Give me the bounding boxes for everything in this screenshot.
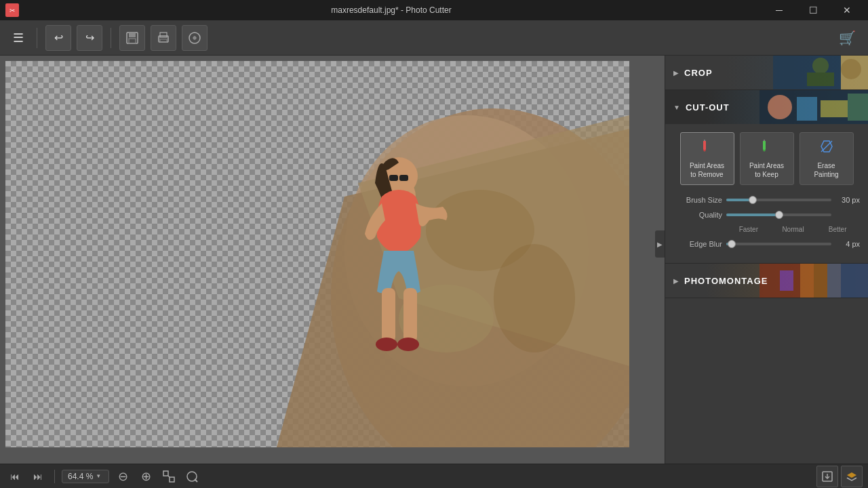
prev-button[interactable]: ⏮	[5, 467, 24, 486]
svg-point-12	[494, 244, 575, 352]
window-controls: ─ ☐ ✕	[764, 0, 863, 20]
erase-painting-label: Erase Painting	[814, 161, 838, 179]
svg-point-23	[812, 58, 829, 74]
cutout-header[interactable]: ▼ CUT-OUT	[665, 90, 868, 124]
next-button[interactable]: ⏭	[28, 467, 47, 486]
edge-blur-slider[interactable]	[726, 243, 831, 245]
svg-line-45	[195, 479, 197, 482]
svg-line-43	[168, 476, 170, 477]
zoom-dropdown-arrow: ▼	[96, 473, 101, 479]
quality-thumb[interactable]	[775, 211, 783, 219]
svg-point-21	[397, 338, 419, 351]
layers-button[interactable]	[841, 466, 863, 487]
export-button[interactable]	[816, 466, 838, 487]
brush-size-slider[interactable]	[726, 199, 831, 201]
crop-arrow: ▶	[673, 69, 679, 77]
brush-size-value: 30 px	[835, 196, 860, 204]
svg-point-32	[703, 150, 706, 151]
statusbar: ⏮ ⏭ 64.4 % ▼ ⊖ ⊕	[0, 464, 868, 488]
paint-keep-label: Paint Areas to Keep	[749, 161, 784, 179]
brush-size-row: Brush Size 30 px	[673, 196, 860, 204]
minimize-button[interactable]: ─	[764, 0, 795, 20]
menu-button[interactable]: ☰	[8, 28, 28, 48]
zoom-value: 64.4 %	[68, 472, 93, 481]
svg-rect-18	[382, 288, 395, 342]
svg-rect-4	[160, 33, 167, 37]
main-content: ▶ CROP ▼ CUT-OUT	[0, 56, 868, 464]
svg-rect-19	[403, 288, 417, 342]
svg-rect-29	[797, 97, 817, 121]
tool-buttons-row: Paint Areas to Remove Paint Areas to Kee…	[673, 132, 860, 185]
svg-point-20	[376, 338, 397, 351]
brush-size-thumb[interactable]	[749, 196, 757, 204]
svg-rect-24	[807, 73, 834, 86]
paint-remove-button[interactable]: Paint Areas to Remove	[680, 132, 734, 185]
save-button[interactable]	[119, 25, 145, 51]
cutout-arrow: ▼	[673, 104, 680, 111]
app-icon: ✂	[5, 3, 19, 17]
cutout-section: ▼ CUT-OUT P	[665, 90, 868, 264]
panel-collapse-button[interactable]: ▶	[655, 230, 665, 258]
close-button[interactable]: ✕	[831, 0, 863, 20]
toolbar: ☰ ↩ ↪ 🛒	[0, 20, 868, 56]
photomontage-preview-image	[760, 264, 868, 298]
paint-keep-button[interactable]: Paint Areas to Keep	[740, 132, 794, 185]
svg-point-26	[841, 59, 861, 79]
crop-header[interactable]: ▶ CROP	[665, 56, 868, 89]
svg-rect-16	[389, 175, 398, 181]
redo-button[interactable]: ↪	[77, 25, 102, 51]
paint-remove-icon	[699, 138, 715, 159]
zoom-in-button[interactable]: ⊕	[136, 467, 155, 486]
quality-label: Quality	[673, 211, 722, 219]
maximize-button[interactable]: ☐	[797, 0, 829, 20]
right-panel: ▶ CROP ▼ CUT-OUT	[665, 56, 868, 464]
edge-blur-value: 4 px	[835, 240, 860, 248]
svg-point-33	[763, 150, 766, 151]
edge-blur-label: Edge Blur	[673, 240, 722, 248]
statusbar-right-buttons	[816, 466, 863, 487]
window-title: maxresdefault.jpg* - Photo Cutter	[19, 5, 764, 15]
photomontage-section: ▶ PHOTOMONTAGE	[665, 264, 868, 298]
crop-section: ▶ CROP	[665, 56, 868, 90]
svg-rect-40	[780, 270, 793, 291]
edge-blur-thumb[interactable]	[728, 240, 736, 248]
photomontage-arrow: ▶	[673, 277, 679, 285]
canvas-area[interactable]	[0, 56, 665, 464]
quality-fill	[726, 214, 779, 216]
zoom-display[interactable]: 64.4 % ▼	[62, 470, 109, 483]
paint-remove-label: Paint Areas to Remove	[690, 161, 724, 179]
status-separator-1	[54, 470, 55, 483]
quality-normal-label: Normal	[771, 226, 816, 233]
cutout-preview-image	[760, 90, 868, 124]
print-button[interactable]	[151, 25, 176, 51]
svg-rect-1	[129, 33, 136, 37]
undo-button[interactable]: ↩	[45, 25, 71, 51]
quality-labels: Faster Normal Better	[673, 226, 860, 233]
quality-slider[interactable]	[726, 214, 831, 216]
photomontage-header[interactable]: ▶ PHOTOMONTAGE	[665, 264, 868, 298]
brush-size-label: Brush Size	[673, 196, 722, 204]
svg-rect-2	[129, 39, 136, 43]
svg-rect-42	[170, 477, 174, 482]
svg-rect-39	[827, 264, 868, 298]
crop-preview-image	[773, 56, 868, 89]
separator	[111, 28, 111, 48]
erase-painting-icon	[818, 138, 835, 159]
zoom-out-button[interactable]: ⊖	[113, 467, 132, 486]
svg-point-28	[768, 95, 792, 119]
paint-keep-icon	[759, 138, 775, 159]
svg-rect-41	[163, 471, 168, 476]
separator	[37, 28, 37, 48]
quality-row: Quality	[673, 211, 860, 219]
erase-painting-button[interactable]: Erase Painting	[800, 132, 854, 185]
cutout-label: CUT-OUT	[686, 102, 730, 113]
quality-better-label: Better	[815, 226, 860, 233]
fit-page-button[interactable]	[159, 467, 178, 486]
share-button[interactable]	[182, 25, 208, 51]
cart-button[interactable]: 🛒	[834, 25, 860, 51]
canvas-image	[5, 61, 629, 447]
svg-rect-17	[399, 175, 408, 181]
zoom-fit-button[interactable]	[182, 467, 201, 486]
svg-rect-31	[848, 94, 868, 121]
photomontage-label: PHOTOMONTAGE	[684, 276, 768, 286]
